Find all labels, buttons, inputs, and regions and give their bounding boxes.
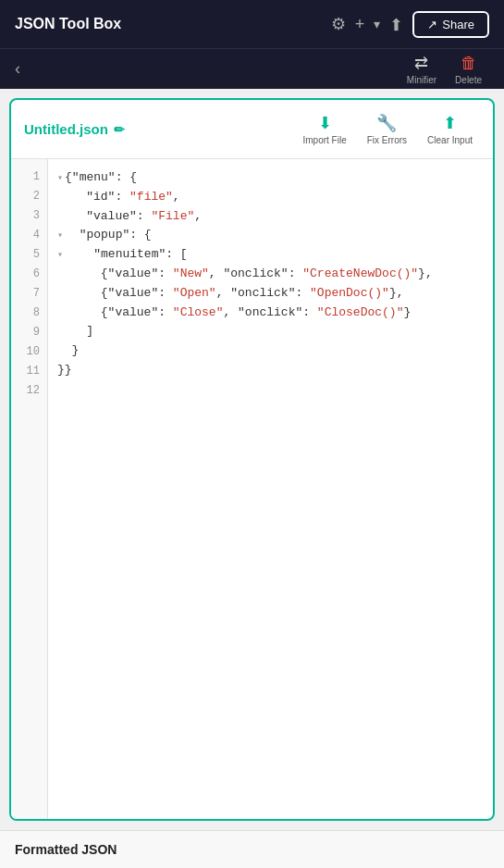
- filename-area: Untitled.json ✏: [24, 121, 125, 137]
- clear-input-button[interactable]: ⬆ Clear Input: [420, 109, 480, 149]
- header-actions: ⚙ + ▾ ⬇ ↗ Share: [331, 11, 489, 38]
- card-header: Untitled.json ✏ ⬇ Import File 🔧 Fix Erro…: [11, 100, 493, 159]
- delete-button[interactable]: 🗑 Delete: [448, 50, 489, 89]
- delete-label: Delete: [455, 75, 482, 85]
- import-top-icon[interactable]: ⬇: [389, 14, 403, 34]
- minifier-button[interactable]: ⇄ Minifier: [400, 49, 444, 89]
- trash-icon: 🗑: [461, 54, 477, 73]
- share-label: Share: [442, 18, 474, 31]
- minifier-label: Minifier: [407, 75, 436, 85]
- import-file-button[interactable]: ⬇ Import File: [296, 109, 354, 149]
- fix-errors-button[interactable]: 🔧 Fix Errors: [360, 109, 414, 149]
- edit-icon[interactable]: ✏: [114, 122, 125, 137]
- line-numbers: 1 2 3 4 5 6 7 8 9 10 11 12: [11, 159, 48, 819]
- json-editor-card: Untitled.json ✏ ⬇ Import File 🔧 Fix Erro…: [9, 98, 495, 821]
- filename-text: Untitled.json: [24, 121, 108, 137]
- wrench-icon: 🔧: [376, 113, 397, 133]
- header: JSON Tool Box ⚙ + ▾ ⬇ ↗ Share: [0, 0, 504, 48]
- import-label: Import File: [303, 135, 347, 145]
- clear-label: Clear Input: [427, 135, 473, 145]
- editor-area: 1 2 3 4 5 6 7 8 9 10 11 12 ▾{"menu": { "…: [11, 159, 493, 819]
- formatted-json-label: Formatted JSON: [15, 842, 117, 857]
- share-button[interactable]: ↗ Share: [412, 11, 489, 38]
- add-chevron-icon[interactable]: ▾: [374, 17, 380, 31]
- gear-icon[interactable]: ⚙: [331, 14, 346, 34]
- bottom-bar: Formatted JSON: [0, 830, 504, 868]
- app-title: JSON Tool Box: [15, 16, 121, 32]
- minifier-icon: ⇄: [414, 53, 428, 73]
- clear-icon: ⬆: [443, 113, 457, 133]
- code-editor[interactable]: ▾{"menu": { "id": "file", "value": "File…: [48, 159, 493, 819]
- share-icon: ↗: [427, 18, 437, 31]
- fix-label: Fix Errors: [367, 135, 407, 145]
- secondary-toolbar: ‹ ⇄ Minifier 🗑 Delete: [0, 48, 504, 89]
- card-toolbar: ⬇ Import File 🔧 Fix Errors ⬆ Clear Input: [296, 109, 481, 149]
- add-icon[interactable]: +: [355, 15, 365, 34]
- import-icon: ⬇: [318, 113, 332, 133]
- chevron-left-icon[interactable]: ‹: [15, 59, 20, 79]
